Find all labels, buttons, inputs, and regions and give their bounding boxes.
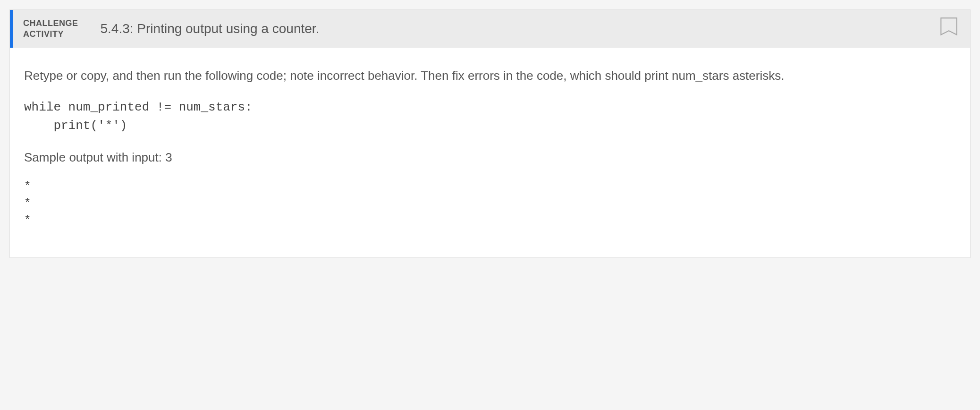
challenge-panel: CHALLENGE ACTIVITY 5.4.3: Printing outpu… bbox=[9, 9, 971, 258]
bookmark-button[interactable] bbox=[928, 10, 970, 48]
challenge-label: CHALLENGE ACTIVITY bbox=[13, 10, 89, 48]
bookmark-icon bbox=[939, 17, 959, 41]
content-area: Retype or copy, and then run the followi… bbox=[10, 48, 970, 257]
code-block: while num_printed != num_stars: print('*… bbox=[24, 98, 956, 135]
challenge-label-line1: CHALLENGE bbox=[23, 18, 78, 29]
sample-output-label: Sample output with input: 3 bbox=[24, 148, 956, 167]
instructions-text: Retype or copy, and then run the followi… bbox=[24, 67, 956, 85]
sample-output: * * * bbox=[24, 178, 956, 229]
header-bar: CHALLENGE ACTIVITY 5.4.3: Printing outpu… bbox=[10, 10, 970, 48]
challenge-label-line2: ACTIVITY bbox=[23, 29, 78, 40]
activity-title: 5.4.3: Printing output using a counter. bbox=[89, 10, 928, 48]
